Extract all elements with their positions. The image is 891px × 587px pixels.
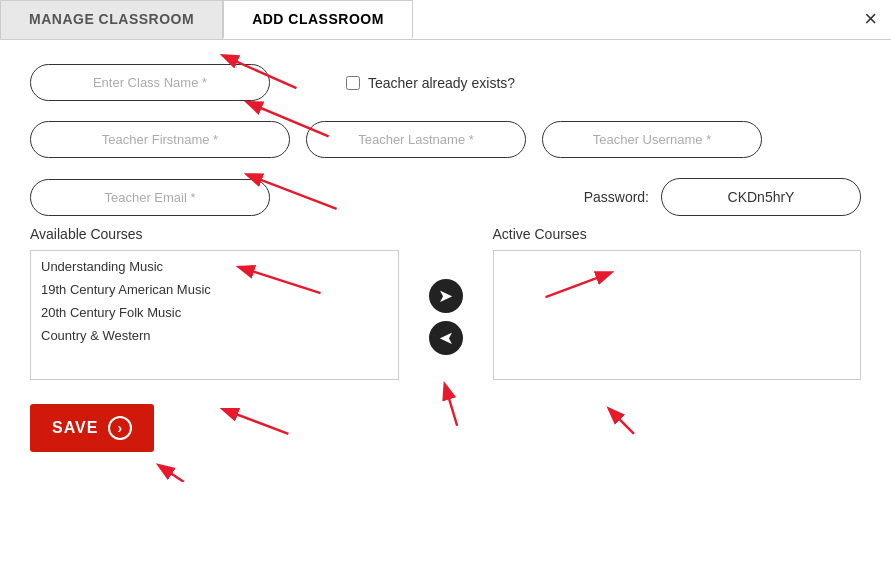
class-name-input[interactable] xyxy=(30,64,270,101)
svg-line-9 xyxy=(160,466,184,482)
course-option-3[interactable]: 20th Century Folk Music xyxy=(31,301,398,324)
left-arrow-icon: ➤ xyxy=(438,327,453,349)
move-left-button[interactable]: ➤ xyxy=(429,321,463,355)
save-button[interactable]: SAVE › xyxy=(30,404,154,452)
close-button[interactable]: × xyxy=(864,8,877,30)
teacher-firstname-input[interactable] xyxy=(30,121,290,158)
name-row xyxy=(30,121,861,158)
password-label: Password: xyxy=(584,189,649,205)
tabs-bar: MANAGE CLASSROOM ADD CLASSROOM × xyxy=(0,0,891,40)
course-transfer-buttons: ➤ ➤ xyxy=(419,254,473,380)
modal-content: Teacher already exists? Password: CKDn5h… xyxy=(0,40,891,482)
active-courses-list[interactable] xyxy=(494,251,861,379)
modal-container: MANAGE CLASSROOM ADD CLASSROOM × Teacher… xyxy=(0,0,891,587)
password-value: CKDn5hrY xyxy=(661,178,861,216)
save-chevron-icon: › xyxy=(108,416,132,440)
active-courses-label: Active Courses xyxy=(493,226,862,242)
available-courses-label: Available Courses xyxy=(30,226,399,242)
available-courses-list[interactable]: Understanding Music 19th Century America… xyxy=(31,251,398,379)
teacher-exists-label: Teacher already exists? xyxy=(368,75,515,91)
tab-add-classroom[interactable]: ADD CLASSROOM xyxy=(223,0,413,39)
active-courses-wrapper xyxy=(493,250,862,380)
available-courses-wrapper: Understanding Music 19th Century America… xyxy=(30,250,399,380)
teacher-exists-checkbox[interactable] xyxy=(346,76,360,90)
email-password-row: Password: CKDn5hrY xyxy=(30,178,861,216)
right-arrow-icon: ➤ xyxy=(438,285,453,307)
course-option-2[interactable]: 19th Century American Music xyxy=(31,278,398,301)
available-courses-col: Available Courses Understanding Music 19… xyxy=(30,226,399,380)
tab-manage-classroom[interactable]: MANAGE CLASSROOM xyxy=(0,0,223,39)
password-section: Password: CKDn5hrY xyxy=(584,178,861,216)
teacher-username-input[interactable] xyxy=(542,121,762,158)
course-option-4[interactable]: Country & Western xyxy=(31,324,398,347)
course-option-1[interactable]: Understanding Music xyxy=(31,255,398,278)
save-label: SAVE xyxy=(52,419,98,437)
class-name-row: Teacher already exists? xyxy=(30,64,861,101)
save-row: SAVE › xyxy=(30,404,861,452)
move-right-button[interactable]: ➤ xyxy=(429,279,463,313)
teacher-email-input[interactable] xyxy=(30,179,270,216)
courses-section: Available Courses Understanding Music 19… xyxy=(30,226,861,380)
teacher-exists-container: Teacher already exists? xyxy=(346,75,515,91)
active-courses-col: Active Courses xyxy=(493,226,862,380)
teacher-lastname-input[interactable] xyxy=(306,121,526,158)
